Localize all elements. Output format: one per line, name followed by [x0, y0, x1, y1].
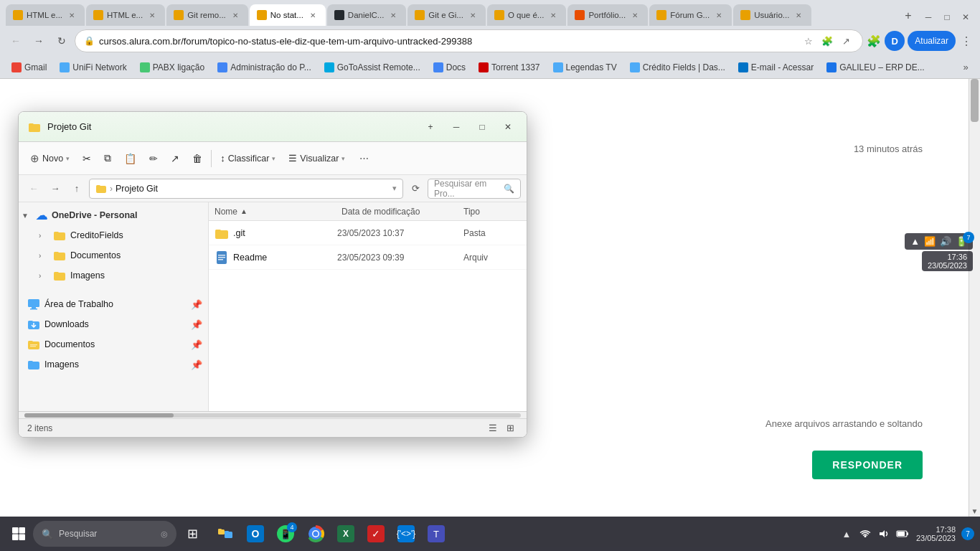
fe-search-box[interactable]: Pesquisar em Pro... 🔍 — [428, 179, 521, 199]
fe-refresh-btn[interactable]: ⟳ — [406, 179, 425, 198]
extension-icon[interactable]: 🧩 — [819, 33, 835, 49]
window-maximize[interactable]: □ — [938, 9, 956, 26]
table-row[interactable]: .git 23/05/2023 10:37 Pasta — [209, 221, 527, 245]
fe-scrollbar-thumb[interactable] — [24, 413, 174, 418]
fe-list-view-btn[interactable]: ☰ — [485, 420, 501, 436]
fe-col-name[interactable]: Nome ▲ — [215, 207, 341, 217]
back-button[interactable]: ← — [6, 31, 26, 51]
fe-paste-btn[interactable]: 📋 — [118, 147, 142, 170]
window-minimize[interactable]: ─ — [920, 9, 937, 26]
tray-volume-btn[interactable] — [876, 526, 892, 542]
tab-close-btn[interactable]: ✕ — [307, 9, 319, 21]
fe-forward-btn[interactable]: → — [46, 179, 65, 198]
browser-tab-tab6[interactable]: Git e Gi... ✕ — [407, 4, 486, 26]
fe-scroll-area[interactable] — [19, 411, 527, 418]
sidebar-item-imagens-od[interactable]: › Imagens — [19, 265, 208, 286]
tray-expand-icon[interactable]: ▲ — [910, 236, 920, 247]
taskbar-task-view[interactable]: ⊞ — [178, 519, 207, 548]
fe-maximize-btn[interactable]: □ — [472, 117, 492, 137]
sidebar-item-documentos[interactable]: Documentos 📌 — [19, 334, 208, 354]
browser-tab-tab9[interactable]: Fórum G... ✕ — [649, 4, 732, 26]
sys-tray-time[interactable]: 17:36 23/05/2023 7 — [922, 251, 973, 271]
profile-button[interactable]: D — [885, 31, 905, 51]
sidebar-item-downloads[interactable]: Downloads 📌 — [19, 314, 208, 334]
bookmark-item[interactable]: Docs — [428, 59, 471, 76]
update-button[interactable]: Atualizar — [908, 31, 956, 51]
fe-copy-btn[interactable]: ⧉ — [98, 147, 117, 170]
fe-close-btn[interactable]: ✕ — [498, 117, 518, 137]
fe-address-dropdown[interactable]: ▾ — [392, 184, 397, 193]
taskbar-app-file-explorer[interactable] — [211, 519, 240, 548]
bookmark-item[interactable]: UniFi Network — [54, 59, 132, 76]
forward-button[interactable]: → — [29, 31, 49, 51]
tab-close-btn[interactable]: ✕ — [793, 9, 804, 21]
taskbar-app-excel[interactable]: X — [331, 519, 360, 548]
bookmark-item[interactable]: GoToAssist Remote... — [319, 59, 426, 76]
taskbar-app-outlook[interactable]: O — [241, 519, 270, 548]
tray-wifi-btn[interactable] — [857, 526, 873, 542]
bookmark-item[interactable]: Legendas TV — [547, 59, 623, 76]
scroll-down-arrow[interactable]: ▼ — [969, 505, 980, 517]
taskbar-app-whatsapp[interactable]: 📱 4 — [271, 519, 300, 548]
fe-delete-btn[interactable]: 🗑 — [187, 147, 208, 170]
taskbar-app-chrome[interactable] — [301, 519, 330, 548]
bookmark-item[interactable]: Torrent 1337 — [473, 59, 545, 76]
taskbar-app-vscode[interactable]: {'<>'} — [392, 519, 420, 548]
browser-tab-tab7[interactable]: O que é... ✕ — [487, 4, 567, 26]
fe-new-btn[interactable]: ⊕ Novo ▾ — [24, 147, 75, 170]
fe-address-bar[interactable]: › Projeto Git ▾ — [89, 179, 403, 199]
tab-close-btn[interactable]: ✕ — [387, 9, 399, 21]
fe-sort-btn[interactable]: ↕ Classificar ▾ — [215, 147, 281, 170]
new-tab-button[interactable]: + — [898, 6, 918, 26]
fe-grid-view-btn[interactable]: ⊞ — [502, 420, 518, 436]
bookmark-item[interactable]: E-mail - Acessar — [732, 59, 819, 76]
tab-close-btn[interactable]: ✕ — [467, 9, 479, 21]
sidebar-item-area-trabalho[interactable]: Área de Trabalho 📌 — [19, 294, 208, 314]
bookmark-icon[interactable]: ☆ — [801, 33, 816, 49]
tray-volume-icon[interactable]: 🔊 — [940, 236, 951, 247]
fe-view-btn[interactable]: ☰ Visualizar ▾ — [283, 147, 351, 170]
taskbar-search[interactable]: 🔍 Pesquisar ◎ — [33, 521, 176, 547]
taskbar-app-teams[interactable]: T — [422, 519, 451, 548]
tray-wifi-icon[interactable]: 📶 — [924, 236, 936, 247]
refresh-button[interactable]: ↻ — [52, 31, 72, 51]
tray-expand-btn[interactable]: ▲ — [839, 526, 854, 542]
menu-button[interactable]: ⋮ — [958, 33, 974, 49]
page-scrollbar[interactable]: ▲ ▼ — [969, 79, 980, 517]
start-button[interactable] — [6, 521, 32, 547]
tab-close-btn[interactable]: ✕ — [713, 9, 725, 21]
bookmark-item[interactable]: GALILEU – ERP DE... — [821, 59, 930, 76]
fe-up-btn[interactable]: ↑ — [67, 179, 86, 198]
tray-battery-btn[interactable] — [895, 526, 910, 542]
sidebar-item-documentos-od[interactable]: › Documentos — [19, 245, 208, 265]
bookmark-item[interactable]: Administração do P... — [212, 59, 317, 76]
browser-tab-tab4[interactable]: No stat... ✕ — [250, 4, 326, 26]
address-bar[interactable]: 🔒 cursos.alura.com.br/forum/topico-no-st… — [75, 29, 863, 52]
fe-minimize-btn[interactable]: ─ — [446, 117, 466, 137]
extension-puzzle-icon[interactable]: 🧩 — [866, 33, 882, 49]
fe-more-btn[interactable]: ⋯ — [352, 147, 375, 170]
bookmarks-more[interactable]: » — [957, 59, 974, 76]
browser-tab-tab2[interactable]: HTML e... ✕ — [86, 4, 165, 26]
window-close[interactable]: ✕ — [957, 9, 974, 26]
bookmark-item[interactable]: PABX ligação — [134, 59, 211, 76]
sidebar-item-onedrive[interactable]: ▼ ☁ OneDrive - Personal — [19, 205, 208, 225]
sidebar-item-imagens[interactable]: Imagens 📌 — [19, 354, 208, 375]
browser-tab-tab10[interactable]: Usuário... ✕ — [733, 4, 811, 26]
share-icon[interactable]: ↗ — [838, 33, 854, 49]
responder-button[interactable]: RESPONDER — [812, 451, 923, 479]
fe-back-btn[interactable]: ← — [24, 179, 43, 198]
taskbar-app-todo[interactable]: ✓ — [362, 519, 390, 548]
sidebar-item-creditofields[interactable]: › CreditoFields — [19, 225, 208, 245]
fe-horizontal-scrollbar[interactable] — [24, 413, 521, 418]
fe-rename-btn[interactable]: ✏ — [143, 147, 164, 170]
browser-tab-tab8[interactable]: Portfólio... ✕ — [567, 4, 648, 26]
fe-share-btn[interactable]: ↗ — [165, 147, 185, 170]
browser-tab-tab1[interactable]: HTML e... ✕ — [6, 4, 85, 26]
fe-col-type[interactable]: Tipo — [463, 207, 521, 217]
bookmark-item[interactable]: Gmail — [6, 59, 52, 76]
tab-close-btn[interactable]: ✕ — [66, 9, 77, 21]
tab-close-btn[interactable]: ✕ — [230, 9, 241, 21]
tab-close-btn[interactable]: ✕ — [146, 9, 158, 21]
bookmark-item[interactable]: Crédito Fields | Das... — [624, 59, 731, 76]
